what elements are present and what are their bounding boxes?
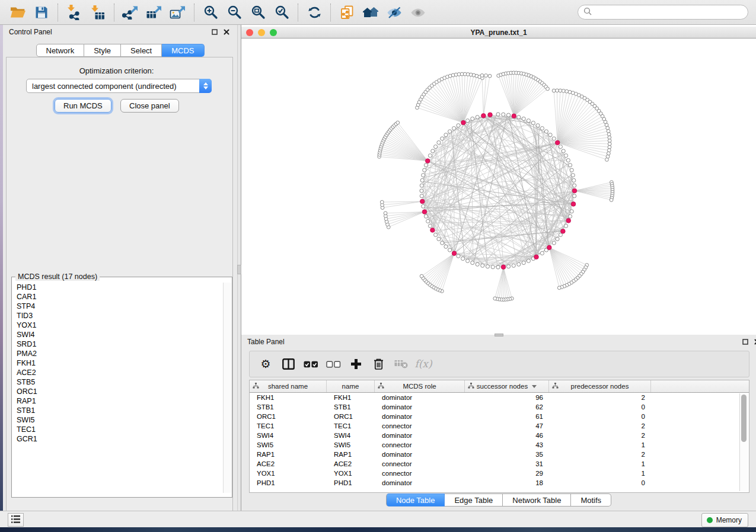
ring-node[interactable]	[441, 137, 444, 140]
leaf-node[interactable]	[607, 149, 611, 152]
ring-node[interactable]	[434, 145, 438, 149]
mcds-result-list[interactable]: PHD1CAR1STP4TID3YOX1SWI4SRD1PMA2FKH1ACE2…	[12, 283, 222, 493]
ring-node[interactable]	[420, 178, 424, 182]
mcds-hub-node[interactable]	[488, 113, 493, 117]
leaf-node[interactable]	[480, 74, 484, 78]
leaf-node[interactable]	[396, 121, 400, 124]
criterion-dropdown[interactable]: largest connected component (undirected)	[26, 79, 212, 93]
mcds-result-item[interactable]: GCR1	[12, 434, 222, 444]
ring-node[interactable]	[559, 145, 562, 149]
ring-node[interactable]	[573, 194, 576, 198]
ring-node[interactable]	[466, 259, 470, 262]
ring-node[interactable]	[562, 149, 565, 153]
ring-node[interactable]	[570, 168, 573, 172]
deselect-all-checks-button[interactable]	[323, 354, 343, 374]
ring-node[interactable]	[559, 233, 562, 236]
network-canvas[interactable]	[241, 39, 756, 335]
ring-node[interactable]	[486, 265, 489, 268]
mcds-result-item[interactable]: PMA2	[12, 349, 222, 358]
ring-node[interactable]	[437, 140, 441, 144]
ring-node[interactable]	[476, 262, 479, 266]
ring-node[interactable]	[570, 210, 573, 213]
mcds-hub-node[interactable]	[555, 140, 560, 145]
leaf-node[interactable]	[608, 139, 611, 143]
ring-node[interactable]	[422, 204, 425, 208]
table-row[interactable]: PHD1PHD1dominator180	[250, 478, 749, 488]
float-panel-icon[interactable]	[210, 27, 219, 37]
mcds-hub-node[interactable]	[512, 114, 516, 118]
ring-node[interactable]	[517, 262, 521, 266]
first-neighbors-button[interactable]	[359, 2, 382, 23]
ring-node[interactable]	[572, 178, 576, 182]
mcds-result-item[interactable]: CAR1	[12, 292, 222, 302]
table-row[interactable]: RAP1RAP1dominator352	[250, 450, 749, 459]
mcds-result-item[interactable]: SWI5	[12, 415, 222, 425]
mcds-hub-node[interactable]	[534, 255, 539, 259]
float-panel-icon[interactable]	[741, 337, 750, 347]
export-table-button[interactable]	[142, 2, 166, 23]
ring-node[interactable]	[573, 184, 576, 187]
ring-node[interactable]	[536, 124, 540, 127]
leaf-node[interactable]	[384, 211, 387, 215]
mcds-hub-node[interactable]	[572, 188, 577, 193]
delete-row-button[interactable]	[368, 354, 388, 374]
clone-network-button[interactable]	[335, 2, 359, 23]
ring-node[interactable]	[452, 127, 456, 130]
mcds-result-item[interactable]: STB1	[12, 406, 222, 415]
mcds-hub-node[interactable]	[481, 114, 486, 118]
add-row-button[interactable]	[346, 354, 366, 374]
ring-node[interactable]	[423, 168, 426, 172]
leaf-node[interactable]	[607, 133, 611, 136]
table-scrollbar-thumb[interactable]	[741, 395, 747, 442]
table-tab-edge-table[interactable]: Edge Table	[445, 493, 503, 507]
close-panel-button[interactable]: Close panel	[120, 99, 179, 113]
memory-button[interactable]: Memory	[701, 513, 748, 527]
ring-node[interactable]	[522, 261, 525, 264]
leaf-node[interactable]	[493, 297, 497, 300]
table-row[interactable]: SWI4SWI4dominator462	[250, 431, 749, 440]
ring-node[interactable]	[476, 116, 479, 119]
mcds-hub-node[interactable]	[420, 199, 425, 204]
ring-node[interactable]	[522, 117, 525, 120]
mcds-result-item[interactable]: SWI4	[12, 330, 222, 339]
ring-node[interactable]	[444, 245, 448, 248]
leaf-node[interactable]	[608, 142, 611, 146]
mcds-hub-node[interactable]	[547, 245, 552, 250]
table-row[interactable]: STB1STB1dominator620	[250, 402, 749, 412]
export-image-button[interactable]	[166, 2, 190, 23]
ring-node[interactable]	[424, 164, 428, 167]
ring-node[interactable]	[457, 124, 460, 127]
leaf-node[interactable]	[420, 274, 423, 278]
table-row[interactable]: ACE2ACE2connector311	[250, 459, 749, 469]
ring-node[interactable]	[552, 137, 556, 140]
ring-node[interactable]	[506, 265, 510, 268]
column-header-successor-nodes[interactable]: successor nodes	[465, 380, 549, 392]
ring-node[interactable]	[544, 130, 548, 133]
leaf-node[interactable]	[562, 89, 565, 92]
node-table[interactable]: shared namenameMCDS rolesuccessor nodesp…	[249, 380, 749, 493]
mcds-result-item[interactable]: PHD1	[12, 283, 222, 292]
ring-node[interactable]	[422, 174, 425, 177]
ring-node[interactable]	[564, 224, 567, 227]
ring-node[interactable]	[461, 257, 465, 260]
column-header-name[interactable]: name	[327, 380, 375, 392]
mcds-hub-node[interactable]	[571, 202, 576, 207]
leaf-node[interactable]	[557, 286, 561, 290]
mcds-result-item[interactable]: SRD1	[12, 339, 222, 349]
ring-node[interactable]	[471, 117, 474, 120]
ring-node[interactable]	[496, 265, 500, 269]
ring-node[interactable]	[444, 133, 448, 137]
show-columns-button[interactable]	[278, 354, 298, 374]
table-tab-network-table[interactable]: Network Table	[503, 493, 571, 507]
leaf-node[interactable]	[610, 198, 613, 202]
close-panel-icon[interactable]	[222, 27, 231, 37]
column-header-shared-name[interactable]: shared name	[250, 380, 327, 392]
ring-node[interactable]	[556, 237, 559, 241]
leaf-node[interactable]	[608, 145, 611, 149]
table-row[interactable]: SWI5SWI5connector431	[250, 440, 749, 450]
ring-node[interactable]	[571, 174, 575, 177]
search-input[interactable]	[595, 6, 748, 19]
mcds-hub-node[interactable]	[561, 229, 566, 234]
ring-node[interactable]	[517, 116, 521, 119]
ring-node[interactable]	[428, 154, 432, 158]
